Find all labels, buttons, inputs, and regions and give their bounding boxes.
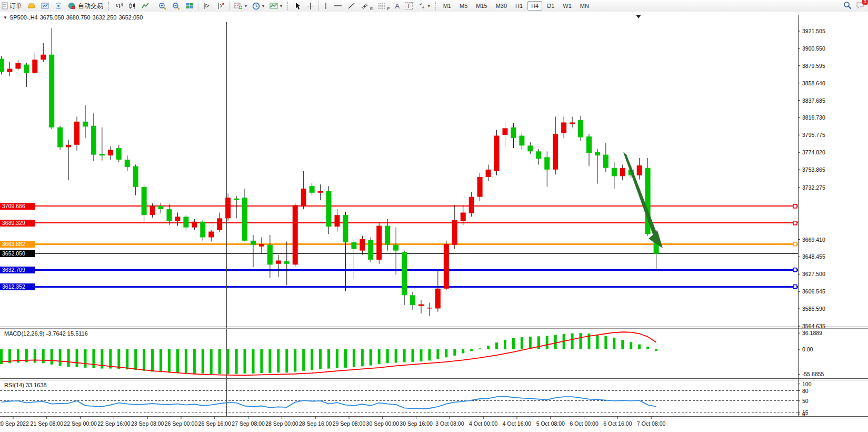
cursor-tool-button[interactable] xyxy=(292,0,304,12)
line-handle[interactable] xyxy=(1,268,5,272)
candle-body-down xyxy=(586,136,592,153)
candle-body-down xyxy=(527,145,533,151)
candle-body-down xyxy=(603,155,608,168)
macd-histogram-bar xyxy=(117,349,120,369)
macd-histogram-bar xyxy=(34,349,36,363)
line-handle[interactable] xyxy=(793,221,797,225)
macd-histogram-bar xyxy=(370,349,372,366)
fibo-f-label: F xyxy=(387,6,390,11)
price-chart[interactable] xyxy=(0,12,868,432)
candle-body-up xyxy=(32,60,37,73)
indicators-button[interactable]: ▾ xyxy=(231,0,250,12)
arrows-tool-button[interactable]: ▾ xyxy=(415,0,433,12)
collapse-triangle-icon[interactable]: ▼ xyxy=(3,15,7,20)
zoom-out-icon xyxy=(172,2,181,10)
line-chart-mode-button[interactable] xyxy=(139,0,152,12)
template-icon xyxy=(270,2,278,9)
candle-body-down xyxy=(343,215,348,242)
line-handle[interactable] xyxy=(1,221,5,225)
macd-histogram-bar xyxy=(504,340,506,349)
indicators-icon xyxy=(234,2,243,9)
macd-histogram-bar xyxy=(571,333,574,349)
macd-histogram-bar xyxy=(378,349,381,364)
candle-body-down xyxy=(142,187,147,215)
timeframe-button-m30[interactable]: M30 xyxy=(492,1,511,11)
candle-body-down xyxy=(83,122,88,126)
market-watch-button[interactable] xyxy=(38,0,52,12)
candle-body-down xyxy=(158,206,164,209)
macd-histogram-bar xyxy=(67,349,70,367)
signals-button[interactable] xyxy=(52,0,65,12)
macd-histogram-bar xyxy=(109,349,112,369)
line-chart-icon xyxy=(142,2,149,9)
line-handle[interactable] xyxy=(1,285,5,289)
candlestick-mode-button[interactable] xyxy=(126,0,139,12)
toolbar-separator xyxy=(318,2,319,10)
macd-histogram-bar xyxy=(327,349,330,369)
timeframe-button-h4[interactable]: H4 xyxy=(527,1,542,11)
macd-histogram-bar xyxy=(42,349,45,363)
chart-area[interactable]: 3921.5053900.5503879.5953858.6403837.685… xyxy=(0,12,868,432)
line-handle[interactable] xyxy=(1,204,5,208)
new-order-button[interactable]: 订单 xyxy=(0,0,25,12)
timeframe-clock-button[interactable]: ▾ xyxy=(250,0,267,12)
trendline-tool-button[interactable] xyxy=(345,0,358,12)
template-button[interactable]: ▾ xyxy=(267,0,285,12)
gold-chart-button[interactable] xyxy=(25,0,38,12)
clock-icon xyxy=(252,2,260,10)
line-handle[interactable] xyxy=(793,268,797,272)
zoom-out-button[interactable] xyxy=(169,0,183,12)
bar-chart-mode-button[interactable] xyxy=(113,0,126,12)
candle-body-down xyxy=(351,242,356,249)
auto-trading-button[interactable]: 自动交易 xyxy=(65,0,106,12)
text-tool-button[interactable]: A xyxy=(392,0,402,12)
candle-body-up xyxy=(637,165,642,175)
line-handle[interactable] xyxy=(1,242,5,246)
fibonacci-tool-button[interactable]: F xyxy=(375,0,392,12)
crosshair-tool-button[interactable] xyxy=(304,0,317,12)
ohlc-high: 3680.750 xyxy=(66,14,91,21)
timeframe-button-h1[interactable]: H1 xyxy=(512,1,526,11)
auto-scroll-button[interactable] xyxy=(200,0,214,12)
chevron-down-icon: ▾ xyxy=(280,4,282,8)
vertical-line-tool-button[interactable] xyxy=(321,0,331,12)
chart-shift-marker[interactable] xyxy=(636,15,641,18)
candle-body-up xyxy=(461,212,466,221)
timeframe-button-m1[interactable]: M1 xyxy=(440,1,455,11)
candle-body-down xyxy=(595,152,600,155)
macd-histogram-bar xyxy=(319,349,322,369)
text-tool-icon: A xyxy=(395,2,400,10)
candle-body-up xyxy=(561,122,566,133)
candle-body-up xyxy=(494,136,500,171)
timeframe-button-d1[interactable]: D1 xyxy=(543,1,558,11)
candle-body-up xyxy=(318,191,323,193)
search-icon[interactable] xyxy=(843,1,852,11)
channel-tool-button[interactable]: E xyxy=(358,0,375,12)
text-label-tool-button[interactable]: T xyxy=(402,0,415,12)
notifications-button[interactable]: 1 xyxy=(856,1,865,11)
toolbar-separator xyxy=(154,2,154,10)
macd-histogram-bar xyxy=(126,349,128,369)
macd-histogram-bar xyxy=(134,349,137,370)
candle-body-up xyxy=(435,289,441,309)
timeframe-button-w1[interactable]: W1 xyxy=(559,1,575,11)
candle-body-down xyxy=(385,226,390,245)
macd-histogram-bar xyxy=(143,349,145,371)
candle-body-down xyxy=(24,65,29,73)
text-label-icon: T xyxy=(405,2,413,9)
line-handle[interactable] xyxy=(793,285,797,289)
line-handle[interactable] xyxy=(793,242,797,246)
tile-windows-button[interactable] xyxy=(183,0,196,12)
candle-body-down xyxy=(234,199,239,200)
zoom-in-button[interactable] xyxy=(156,0,169,12)
timeframe-button-m5[interactable]: M5 xyxy=(456,1,471,11)
timeframe-button-m15[interactable]: M15 xyxy=(472,1,491,11)
timeframe-button-mn[interactable]: MN xyxy=(576,1,593,11)
chevron-down-icon: ▾ xyxy=(428,4,430,8)
horizontal-line-tool-button[interactable] xyxy=(331,0,345,12)
candle-body-down xyxy=(125,160,130,167)
chart-shift-button[interactable] xyxy=(214,0,227,12)
line-handle[interactable] xyxy=(793,204,797,208)
candle-body-up xyxy=(7,68,12,72)
candle-body-down xyxy=(410,295,415,305)
